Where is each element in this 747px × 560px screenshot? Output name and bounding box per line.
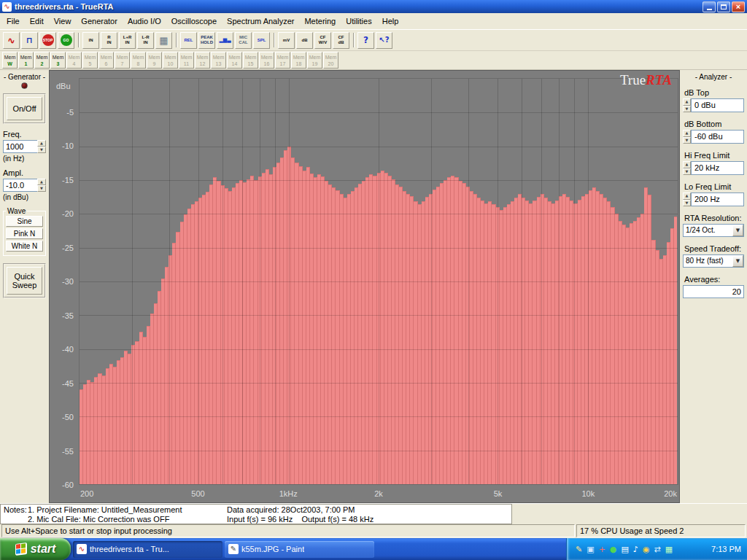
tray-icon-4[interactable]: ● — [610, 545, 617, 553]
minimize-button[interactable] — [703, 1, 716, 12]
tray-icon-3[interactable]: + — [599, 545, 605, 553]
mem-button-8[interactable]: Mem8 — [131, 52, 146, 69]
db-bottom-value-field[interactable]: -60 dBu — [691, 130, 744, 144]
lr-diff-input-button[interactable]: L-RIN — [137, 32, 154, 49]
tray-icon-8[interactable]: ⇄ — [654, 545, 661, 553]
decibels-button[interactable]: dB — [296, 32, 313, 49]
mem-button-2[interactable]: Mem2 — [34, 52, 50, 69]
wave-sine-button[interactable]: Sine — [6, 216, 43, 227]
peak-hold-button[interactable]: PEAKHOLD — [198, 32, 215, 49]
mem-button-4[interactable]: Mem4 — [66, 52, 82, 69]
spectrum-display-button[interactable]: ▂▆▃ — [217, 32, 233, 49]
spl-button[interactable]: SPL — [253, 32, 270, 49]
db-top-value-field[interactable]: 0 dBu — [691, 98, 744, 112]
mem-button-10[interactable]: Mem10 — [163, 52, 178, 69]
right-input-label: R — [107, 35, 110, 40]
menu-item-metering[interactable]: Metering — [299, 15, 341, 28]
dropdown-arrow-icon[interactable]: ▼ — [732, 255, 743, 267]
lo-freq-limit-spin-up-button[interactable]: ▲ — [683, 192, 691, 200]
dropdown-arrow-icon[interactable]: ▼ — [732, 225, 743, 236]
mem-button-3[interactable]: Mem3 — [50, 52, 66, 69]
mem-button-11[interactable]: Mem11 — [179, 52, 194, 69]
stop-button[interactable]: STOP — [39, 32, 56, 49]
square-wave-button[interactable]: ⊓ — [21, 32, 38, 49]
lo-freq-limit-spin-down-button[interactable]: ▼ — [683, 200, 691, 207]
go-button[interactable]: GO — [58, 32, 74, 49]
wave-pink-noise-button[interactable]: Pink N — [6, 228, 43, 239]
mem-button-15[interactable]: Mem15 — [243, 52, 258, 69]
mem-button-6[interactable]: Mem6 — [98, 52, 114, 69]
menu-item-help[interactable]: Help — [377, 15, 404, 28]
db-top-spin-down-button[interactable]: ▼ — [683, 106, 691, 113]
mem-button-18[interactable]: Mem18 — [291, 52, 306, 69]
lo-freq-limit-value-field[interactable]: 200 Hz — [691, 192, 744, 206]
rta-resolution-dropdown[interactable]: 1/24 Oct.▼ — [683, 224, 744, 237]
wave-white-noise-button[interactable]: White N — [6, 241, 43, 252]
mem-button-20[interactable]: Mem20 — [323, 52, 338, 69]
generator-onoff-button[interactable]: On/Off — [7, 97, 42, 120]
mem-button-w[interactable]: MemW — [2, 52, 18, 69]
mem-button-5[interactable]: Mem5 — [82, 52, 98, 69]
mem-button-12[interactable]: Mem12 — [195, 52, 210, 69]
mem-button-16[interactable]: Mem16 — [259, 52, 274, 69]
menu-item-file[interactable]: File — [1, 15, 25, 28]
freq-input[interactable]: 1000 — [3, 140, 37, 153]
crest-factor-db-button[interactable]: CFdB — [333, 32, 349, 49]
context-help-button[interactable]: ↖? — [376, 32, 392, 49]
mem-button-14[interactable]: Mem14 — [227, 52, 242, 69]
left-input-button[interactable]: IN — [82, 32, 99, 49]
help-button[interactable]: ? — [357, 32, 374, 49]
freq-spin-up-button[interactable]: ▲ — [37, 140, 46, 147]
task-button-k55m-jpg-paint[interactable]: ✎k55m.JPG - Paint — [225, 541, 374, 558]
tray-icon-6[interactable]: ♪ — [633, 545, 638, 553]
tray-icon-1[interactable]: ✎ — [576, 545, 582, 553]
averages-input[interactable]: 20 — [683, 285, 744, 298]
mic-cal-button[interactable]: MICCAL — [235, 32, 252, 49]
menu-item-oscilloscope[interactable]: Oscilloscope — [166, 15, 222, 28]
mem-button-9[interactable]: Mem9 — [147, 52, 162, 69]
hi-freq-limit-spin-down-button[interactable]: ▼ — [683, 168, 691, 176]
grid-toggle-button[interactable]: ▦ — [155, 32, 172, 49]
db-bottom-spin-down-button[interactable]: ▼ — [683, 137, 691, 144]
maximize-button[interactable] — [717, 1, 730, 12]
menu-item-spectrum-analyzer[interactable]: Spectrum Analyzer — [222, 15, 299, 28]
db-top-spin-up-button[interactable]: ▲ — [683, 98, 691, 106]
menu-item-edit[interactable]: Edit — [25, 15, 49, 28]
mem-button-13[interactable]: Mem13 — [211, 52, 226, 69]
ampl-spin-up-button[interactable]: ▲ — [37, 179, 46, 185]
freq-spin-down-button[interactable]: ▼ — [37, 147, 46, 153]
mem-button-19[interactable]: Mem19 — [307, 52, 322, 69]
plot-area — [79, 78, 678, 485]
speed-tradeoff-dropdown[interactable]: 80 Hz (fast)▼ — [683, 254, 744, 268]
mem-button-17[interactable]: Mem17 — [275, 52, 290, 69]
menu-item-generator[interactable]: Generator — [76, 15, 123, 28]
tray-icon-2[interactable]: ▣ — [587, 545, 594, 553]
menu-item-view[interactable]: View — [49, 15, 77, 28]
quick-sweep-button[interactable]: Quick Sweep — [7, 267, 42, 295]
notes-box[interactable]: Notes: 1. Project Filename: Untitled_Mea… — [0, 504, 512, 524]
task-button-threedrivers-rta-tru[interactable]: ∿threedrivers.rta - Tru... — [73, 541, 222, 558]
crest-factor-wv-button[interactable]: CFW/V — [314, 32, 331, 49]
millivolts-button[interactable]: mV — [278, 32, 295, 49]
tray-icon-5[interactable]: ▤ — [621, 545, 628, 553]
sine-wave-button[interactable]: ∿ — [3, 32, 20, 49]
ampl-spin-down-button[interactable]: ▼ — [37, 185, 46, 192]
menu-item-audio-i-o[interactable]: Audio I/O — [123, 15, 166, 28]
taskbar-clock[interactable]: 7:13 PM — [711, 545, 741, 553]
menu-item-utilities[interactable]: Utilities — [341, 15, 376, 28]
tray-icon-9[interactable]: ▦ — [665, 545, 673, 553]
lr-sum-input-button[interactable]: L+RIN — [119, 32, 136, 49]
db-bottom-spin-up-button[interactable]: ▲ — [683, 130, 691, 137]
right-input-button[interactable]: RIN — [101, 32, 117, 49]
mem-button-1[interactable]: Mem1 — [18, 52, 34, 69]
hi-freq-limit-value-field[interactable]: 20 kHz — [691, 161, 744, 175]
relative-mode-button[interactable]: REL — [180, 32, 197, 49]
mem-button-label: Mem — [83, 54, 97, 61]
ampl-input[interactable]: -10.0 — [3, 179, 37, 192]
tray-icon-7[interactable]: ◉ — [643, 545, 650, 553]
mem-button-7[interactable]: Mem7 — [115, 52, 130, 69]
title-bar[interactable]: ∿ threedrivers.rta - TrueRTA × — [0, 0, 747, 13]
start-button[interactable]: start — [0, 538, 71, 560]
close-button[interactable]: × — [732, 1, 745, 12]
hi-freq-limit-spin-up-button[interactable]: ▲ — [683, 161, 691, 168]
